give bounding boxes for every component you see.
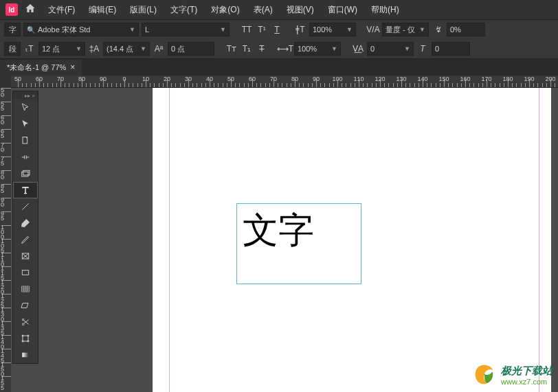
- ruler-vertical[interactable]: 5055606570758085909510010511011512012513…: [0, 88, 11, 392]
- app-icon: Id: [5, 3, 18, 16]
- tools-panel-header[interactable]: ▸▸ ×: [13, 91, 38, 100]
- menu-text[interactable]: 文字(T): [165, 1, 203, 19]
- skew-icon: ↯: [432, 23, 444, 36]
- tracking-input[interactable]: 0▼: [367, 42, 414, 56]
- leading-icon: ‡A: [88, 43, 100, 55]
- control-row-1: 字 🔍Adobe 宋体 Std ▼ L ▼ TT T¹ T ǂT 100%▼ V…: [0, 20, 558, 39]
- gradient-swatch-tool[interactable]: [13, 347, 38, 363]
- menu-table[interactable]: 表(A): [248, 1, 278, 19]
- baseline-icon: Aª: [153, 43, 165, 55]
- svg-point-12: [27, 341, 29, 342]
- kerning-value: 量度 - 仅: [386, 25, 415, 35]
- fontsize-icon: ₜT: [23, 43, 36, 55]
- menu-view[interactable]: 视图(V): [281, 1, 320, 19]
- rectangle-frame-tool[interactable]: [13, 248, 38, 264]
- line-tool[interactable]: [13, 198, 38, 215]
- strikethrough-icon[interactable]: T: [256, 43, 268, 55]
- baseline-input[interactable]: 0 点: [168, 42, 214, 56]
- ruler-horizontal[interactable]: 5060708090010203040506070809010011012013…: [11, 76, 558, 88]
- tracking-value: 0: [370, 45, 375, 53]
- workspace: 5055606570758085909510010511011512012513…: [0, 88, 558, 392]
- document-tab-bar: *未命名-1 @ 77% ×: [0, 59, 558, 76]
- pen-tool[interactable]: [13, 215, 38, 231]
- chevron-down-icon: ▼: [220, 26, 226, 33]
- chevron-down-icon: ▼: [129, 26, 135, 33]
- hscale-value: 100%: [298, 45, 317, 53]
- vscale-input[interactable]: 100%▼: [309, 23, 356, 36]
- tracking-icon: V͟A: [352, 43, 364, 55]
- font-style-select[interactable]: L ▼: [142, 23, 230, 36]
- fontsize-input[interactable]: 12 点▼: [38, 42, 85, 56]
- svg-rect-4: [22, 270, 28, 275]
- fontsize-value: 12 点: [42, 44, 60, 54]
- close-icon[interactable]: ×: [70, 62, 75, 72]
- content-collector-tool[interactable]: [13, 165, 38, 182]
- font-family-select[interactable]: 🔍Adobe 宋体 Std ▼: [23, 23, 139, 36]
- home-icon[interactable]: [25, 3, 36, 16]
- watermark-title: 极光下载站: [501, 365, 553, 378]
- selection-tool[interactable]: [13, 100, 38, 116]
- underline-icon[interactable]: T: [271, 23, 283, 36]
- free-transform-tool[interactable]: [13, 330, 38, 347]
- svg-point-11: [22, 341, 23, 342]
- scissors-tool[interactable]: [13, 314, 38, 330]
- menu-help[interactable]: 帮助(H): [366, 1, 405, 19]
- leading-input[interactable]: (14.4 点▼: [103, 42, 150, 56]
- menu-object[interactable]: 对象(O): [205, 1, 245, 19]
- control-row-2: 段 ₜT 12 点▼ ‡A (14.4 点▼ Aª 0 点 Tᴛ T₁ T ⟷T…: [0, 39, 558, 58]
- svg-point-10: [27, 335, 29, 336]
- opacity-value: 0%: [450, 25, 461, 34]
- subscript-icon[interactable]: T₁: [241, 43, 253, 55]
- type-tool[interactable]: [13, 182, 38, 198]
- svg-point-7: [22, 323, 24, 325]
- skew-value: 0: [435, 45, 439, 53]
- svg-rect-8: [23, 336, 28, 341]
- gap-tool[interactable]: [13, 149, 38, 165]
- menu-edit[interactable]: 编辑(E): [83, 1, 122, 19]
- opacity-input[interactable]: 0%: [447, 23, 485, 36]
- font-style-value: L: [145, 25, 149, 34]
- svg-point-6: [22, 319, 24, 321]
- vscale-icon: ǂT: [294, 23, 306, 36]
- hscale-icon: ⟷T: [279, 43, 291, 55]
- rectangle-tool[interactable]: [13, 264, 38, 281]
- hscale-input[interactable]: 100%▼: [294, 42, 341, 56]
- leading-value: (14.4 点: [107, 44, 133, 54]
- font-family-value: Adobe 宋体 Std: [38, 25, 90, 35]
- kerning-input[interactable]: 量度 - 仅▼: [382, 23, 429, 36]
- tools-panel: ▸▸ ×: [12, 91, 38, 364]
- direct-selection-tool[interactable]: [13, 116, 38, 132]
- superscript-icon[interactable]: T¹: [256, 23, 268, 36]
- watermark-url: www.xz7.com: [501, 378, 553, 386]
- document-tab[interactable]: *未命名-1 @ 77% ×: [0, 60, 82, 76]
- baseline-value: 0 点: [171, 44, 185, 54]
- smallcaps-icon[interactable]: Tᴛ: [225, 43, 238, 55]
- pencil-tool[interactable]: [13, 231, 38, 248]
- rotation-icon: T: [416, 43, 429, 55]
- watermark: 极光下载站 www.xz7.com: [471, 362, 553, 388]
- allcaps-icon[interactable]: TT: [241, 23, 253, 36]
- control-panel: 字 🔍Adobe 宋体 Std ▼ L ▼ TT T¹ T ǂT 100%▼ V…: [0, 19, 558, 59]
- canvas-area[interactable]: 文字: [11, 88, 558, 392]
- paragraph-tab[interactable]: 段: [4, 42, 21, 56]
- text-content[interactable]: 文字: [237, 204, 361, 257]
- svg-rect-2: [23, 170, 30, 175]
- svg-rect-13: [22, 353, 28, 358]
- skew-input[interactable]: 0: [432, 42, 470, 56]
- text-frame[interactable]: 文字: [236, 203, 361, 284]
- menu-file[interactable]: 文件(F): [43, 1, 80, 19]
- margin-guide-left: [169, 88, 170, 392]
- svg-rect-1: [22, 172, 28, 176]
- menu-bar: Id 文件(F) 编辑(E) 版面(L) 文字(T) 对象(O) 表(A) 视图…: [0, 0, 558, 19]
- menu-window[interactable]: 窗口(W): [322, 1, 363, 19]
- menu-layout[interactable]: 版面(L): [124, 1, 162, 19]
- kerning-icon: V/A: [367, 23, 379, 36]
- svg-point-9: [22, 335, 23, 336]
- watermark-logo-icon: [471, 362, 497, 388]
- vscale-value: 100%: [313, 25, 332, 34]
- page-tool[interactable]: [13, 132, 38, 149]
- grid-tool[interactable]: [13, 281, 38, 297]
- shear-tool[interactable]: [13, 297, 38, 314]
- margin-guide-right: [539, 88, 539, 392]
- character-tab[interactable]: 字: [4, 23, 21, 36]
